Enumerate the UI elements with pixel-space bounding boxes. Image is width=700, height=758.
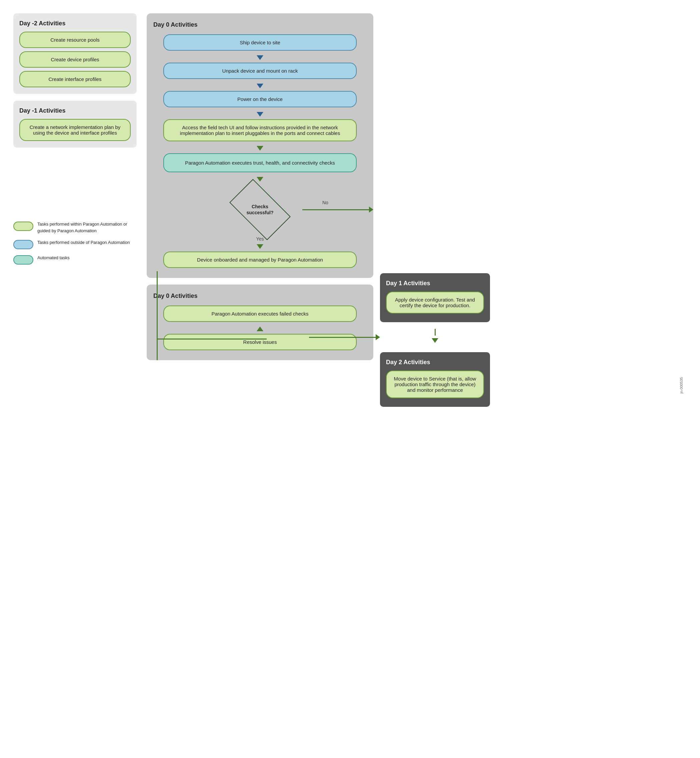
left-loop-h-bottom (157, 338, 267, 340)
arrow-1 (257, 55, 263, 60)
diamond-container: Checkssuccessful? (227, 190, 293, 229)
step-failed-checks: Paragon Automation executes failed check… (163, 306, 357, 322)
legend-swatch-teal (13, 255, 33, 265)
day2-box: Day 2 Activities Move device to Service … (380, 352, 490, 407)
day0-main-box: Day 0 Activities Ship device to site Unp… (147, 13, 373, 278)
day-minus2-item-0: Create resource pools (19, 32, 131, 48)
day-minus1-title: Day -1 Activities (19, 107, 131, 114)
day0-bottom-title: Day 0 Activities (153, 293, 197, 299)
day1-item-0: Apply device configuration. Test and cer… (386, 292, 484, 313)
arrow-2 (257, 84, 263, 88)
resolve-right-arrow (309, 334, 380, 340)
step-onboarded: Device onboarded and managed by Paragon … (163, 251, 357, 268)
day1-day2-line (435, 329, 436, 335)
legend-swatch-blue (13, 240, 33, 249)
day-minus2-item-2: Create interface profiles (19, 71, 131, 87)
no-arrow-group: No (302, 207, 373, 212)
day0-main-title: Day 0 Activities (153, 21, 197, 28)
legend-item-teal: Automated tasks (13, 254, 137, 265)
day0-bottom-box: Day 0 Activities Paragon Automation exec… (147, 285, 373, 360)
day1-day2-arrowhead (432, 338, 438, 343)
step-trust-checks: Paragon Automation executes trust, healt… (163, 153, 357, 172)
day2-item-0: Move device to Service (that is, allow p… (386, 371, 484, 398)
arrow-5 (257, 177, 263, 182)
day1-box: Day 1 Activities Apply device configurat… (380, 273, 490, 322)
step-ship-device: Ship device to site (163, 34, 357, 51)
legend-item-green: Tasks performed within Paragon Automatio… (13, 221, 137, 234)
yes-label: Yes (256, 236, 264, 242)
legend-text-green: Tasks performed within Paragon Automatio… (38, 221, 137, 234)
day-minus2-item-1: Create device profiles (19, 51, 131, 68)
center-column: Day 0 Activities Ship device to site Unp… (147, 13, 373, 360)
between-boxes-connector (147, 278, 373, 281)
decision-section: Checkssuccessful? No (153, 184, 367, 235)
day-minus2-box: Day -2 Activities Create resource pools … (13, 13, 137, 94)
step-power-on: Power on the device (163, 91, 357, 107)
resolve-arrowhead (376, 334, 380, 340)
day1-to-day2-connector (380, 329, 490, 346)
arrow-6 (257, 244, 263, 249)
no-arrow-line (302, 209, 369, 210)
day2-title: Day 2 Activities (386, 359, 484, 366)
step-unpack: Unpack device and mount on rack (163, 62, 357, 79)
day-minus2-title: Day -2 Activities (19, 20, 131, 27)
right-column: Day 1 Activities Apply device configurat… (380, 273, 490, 407)
diamond-text: Checkssuccessful? (247, 204, 273, 215)
legend-item-blue: Tasks performed outside of Paragon Autom… (13, 239, 137, 249)
left-loop-full (157, 285, 158, 360)
legend: Tasks performed within Paragon Automatio… (13, 221, 137, 265)
left-column: Day -2 Activities Create resource pools … (13, 13, 137, 265)
legend-text-blue: Tasks performed outside of Paragon Autom… (38, 239, 130, 246)
day1-title: Day 1 Activities (386, 280, 484, 287)
watermark: jn-000535 (679, 377, 683, 393)
no-arrowhead (369, 207, 373, 212)
arrow-4 (257, 146, 263, 151)
legend-text-teal: Automated tasks (38, 254, 70, 261)
day-minus1-box: Day -1 Activities Create a network imple… (13, 101, 137, 148)
legend-swatch-green (13, 221, 33, 231)
arrow-3 (257, 112, 263, 117)
day-minus1-item-0: Create a network implementation plan by … (19, 119, 131, 141)
resolve-h-line (309, 337, 376, 338)
step-field-tech: Access the field tech UI and follow inst… (163, 119, 357, 141)
left-loop-top (157, 271, 158, 285)
arrow-up-1 (257, 326, 263, 331)
no-label: No (322, 200, 328, 205)
